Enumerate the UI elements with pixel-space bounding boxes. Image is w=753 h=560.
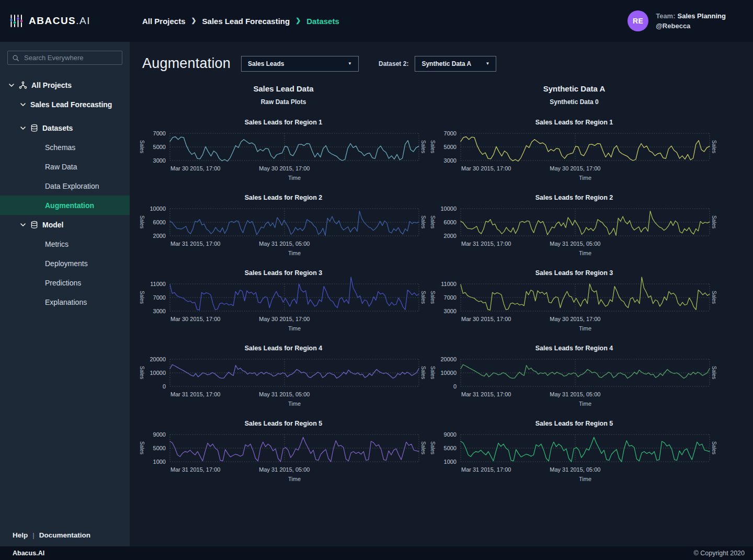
y-tick-label: 11000	[441, 281, 457, 287]
x-axis-title: Time	[460, 325, 710, 332]
x-tick-mid: May 30 2015, 17:00	[259, 316, 310, 322]
y-axis-label: Sales	[138, 131, 145, 163]
x-axis-ticks: Mar 30 2015, 17:00May 30 2015, 17:00	[460, 316, 710, 323]
sidebar-item-model[interactable]: Model	[0, 215, 130, 234]
sidebar-item-explanations[interactable]: Explanations	[0, 292, 130, 312]
search-input[interactable]	[23, 53, 118, 62]
sidebar-item-label: Augmentation	[45, 201, 94, 210]
sidebar-item-label: Deployments	[45, 259, 88, 268]
avatar[interactable]: RE	[628, 10, 648, 31]
chevron-right-icon: ❯	[191, 17, 197, 24]
breadcrumb-project[interactable]: Sales Lead Forecasting	[202, 17, 290, 26]
x-tick-mid: May 31 2015, 05:00	[550, 466, 600, 473]
y-axis-label: Sales	[138, 281, 145, 314]
chart-title: Sales Leads for Region 5	[429, 420, 720, 427]
y-axis-label-right: Sales	[710, 131, 717, 163]
x-axis-title: Time	[460, 250, 710, 256]
sidebar: All ProjectsSales Lead ForecastingDatase…	[0, 42, 130, 546]
y-tick-label: 3000	[153, 157, 166, 164]
y-tick-label: 5000	[444, 144, 457, 150]
y-axis-label: Sales	[138, 206, 145, 238]
main-content: Augmentation Sales Leads ▼ Dataset 2: Sy…	[130, 42, 753, 546]
dataset2-select[interactable]: Synthetic Data A ▼	[415, 56, 496, 72]
breadcrumb: All Projects ❯ Sales Lead Forecasting ❯ …	[142, 17, 339, 26]
x-tick-mid: May 31 2015, 05:00	[259, 391, 310, 397]
sidebar-item-deployments[interactable]: Deployments	[0, 254, 130, 273]
sidebar-item-label: Schemas	[45, 143, 75, 152]
x-tick-mid: May 30 2015, 17:00	[259, 165, 310, 172]
sidebar-item-schemas[interactable]: Schemas	[0, 138, 130, 157]
sidebar-item-data-exploration[interactable]: Data Exploration	[0, 176, 130, 196]
projects-icon	[19, 81, 27, 89]
y-axis-ticks: 900050001000	[436, 432, 460, 464]
breadcrumb-all-projects[interactable]: All Projects	[142, 17, 186, 26]
x-tick-start: Mar 30 2015, 17:00	[170, 316, 220, 322]
sidebar-item-label: Model	[42, 221, 63, 229]
line-chart: Sales Leads for Region 4Sales20000100000…	[138, 345, 429, 407]
sidebar-item-all-projects[interactable]: All Projects	[0, 75, 130, 95]
x-axis-title: Time	[169, 175, 419, 181]
x-axis-ticks: Mar 31 2015, 17:00May 31 2015, 05:00	[169, 466, 419, 474]
plot-area	[169, 281, 419, 314]
sidebar-item-label: Predictions	[45, 279, 81, 287]
user-handle: @Rebecca	[656, 21, 726, 31]
y-tick-label: 2000	[153, 233, 166, 239]
line-chart: Sales Leads for Region 3Sales11000700030…	[138, 269, 429, 332]
y-tick-label: 7000	[444, 130, 457, 136]
sidebar-item-raw-data[interactable]: Raw Data	[0, 157, 130, 176]
sidebar-item-label: Sales Lead Forecasting	[30, 100, 112, 109]
footer-divider: |	[32, 531, 35, 539]
x-tick-start: Mar 31 2015, 17:00	[461, 391, 511, 397]
x-axis-ticks: Mar 31 2015, 17:00May 31 2015, 05:00	[169, 391, 419, 398]
help-link[interactable]: Help	[13, 531, 28, 539]
y-axis-label-right: Sales	[710, 281, 717, 314]
line-chart: Sales Leads for Region 5Sales90005000100…	[429, 420, 720, 482]
column-title: Synthetic Data A	[429, 84, 720, 93]
breadcrumb-datasets[interactable]: Datasets	[306, 17, 339, 26]
line-chart: Sales Leads for Region 1Sales70005000300…	[429, 119, 720, 181]
logo[interactable]: ABACUS.AI	[0, 14, 130, 28]
y-axis-label: Sales	[429, 357, 436, 389]
chart-title: Sales Leads for Region 4	[429, 345, 720, 352]
x-tick-start: Mar 30 2015, 17:00	[461, 316, 511, 322]
sidebar-item-augmentation[interactable]: Augmentation	[0, 196, 130, 215]
y-axis-ticks: 1100070003000	[436, 281, 460, 314]
dataset2-value: Synthetic Data A	[421, 60, 471, 67]
plot-area	[169, 206, 419, 238]
search-box[interactable]	[7, 51, 122, 65]
plot-area	[460, 131, 710, 163]
sidebar-item-sales-lead-forecasting[interactable]: Sales Lead Forecasting	[0, 95, 130, 114]
y-axis-label-right: Sales	[710, 432, 717, 464]
x-tick-start: Mar 31 2015, 17:00	[170, 466, 220, 473]
y-axis-label: Sales	[138, 432, 145, 464]
y-tick-label: 10000	[440, 370, 457, 376]
dataset1-select[interactable]: Sales Leads ▼	[241, 56, 359, 72]
x-tick-start: Mar 30 2015, 17:00	[170, 165, 220, 172]
documentation-link[interactable]: Documentation	[39, 531, 90, 539]
team-name: Sales Planning	[678, 12, 726, 20]
y-tick-label: 10000	[440, 205, 457, 212]
y-axis-ticks: 20000100000	[145, 357, 169, 389]
y-axis-ticks: 1100070003000	[145, 281, 169, 314]
sidebar-item-metrics[interactable]: Metrics	[0, 234, 130, 254]
chevron-right-icon: ❯	[295, 17, 301, 24]
sidebar-item-datasets[interactable]: Datasets	[0, 118, 130, 138]
chart-title: Sales Leads for Region 3	[138, 269, 429, 277]
y-axis-ticks: 900050001000	[145, 432, 169, 464]
y-axis-ticks: 20000100000	[436, 357, 460, 389]
footer-bar: Abacus.AI © Copyright 2020	[0, 546, 753, 560]
chevron-down-icon	[20, 125, 26, 131]
y-tick-label: 2000	[444, 233, 457, 239]
y-tick-label: 7000	[444, 294, 457, 301]
line-chart: Sales Leads for Region 2Sales10000600020…	[429, 194, 720, 256]
y-axis-label: Sales	[429, 281, 436, 314]
y-tick-label: 10000	[150, 370, 166, 376]
sidebar-item-label: Explanations	[45, 298, 87, 306]
x-tick-mid: May 31 2015, 05:00	[550, 391, 600, 397]
y-axis-label-right: Sales	[419, 206, 427, 238]
dataset2-label: Dataset 2:	[379, 60, 408, 67]
sidebar-nav: All ProjectsSales Lead ForecastingDatase…	[0, 75, 130, 312]
y-axis-label-right: Sales	[419, 432, 427, 464]
sidebar-item-predictions[interactable]: Predictions	[0, 273, 130, 292]
x-tick-start: Mar 30 2015, 17:00	[461, 165, 511, 172]
